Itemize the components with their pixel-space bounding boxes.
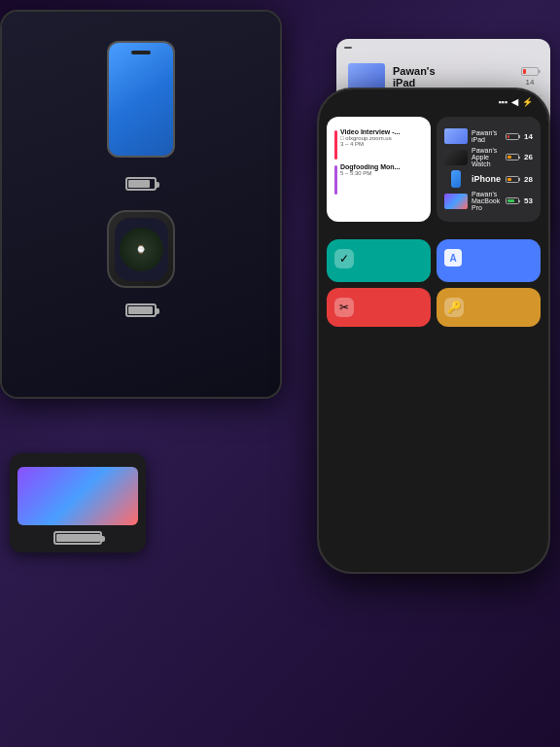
batteries-label xyxy=(434,228,541,233)
watch-battery-widget xyxy=(10,453,146,552)
iphone-screen: ▪▪▪ ◀ ⚡ Video Interview -... □ olxgroup.… xyxy=(319,89,548,572)
iphone-status-icons: ▪▪▪ ◀ ⚡ xyxy=(498,97,533,107)
bat-row-macbook: Pawan's MacBook Pro 53 xyxy=(444,191,533,211)
scissors-icon: ✂ xyxy=(334,298,354,317)
cal-event-2-title: Dogfooding Mon... xyxy=(340,163,400,170)
action-widgets: ✓ A ✂ 🔑 xyxy=(319,239,548,327)
mac-badge xyxy=(344,47,352,49)
calendar-label xyxy=(327,228,434,233)
turn-off-light-icon: ✓ xyxy=(334,249,354,268)
bat-watch-icon xyxy=(506,154,519,160)
bat-macbook-pct: 53 xyxy=(524,196,533,205)
bat-iphone-icon xyxy=(506,176,519,183)
cal-event-2: Dogfooding Mon... 5 – 5:30 PM xyxy=(334,163,423,195)
cal-event-1-title: Video Interview -... xyxy=(340,128,400,135)
key-icon: 🔑 xyxy=(444,298,464,317)
cal-event-1-time: 3 – 4 PM xyxy=(340,141,400,147)
iphone-battery-icon xyxy=(125,177,157,191)
iphone-image xyxy=(107,41,175,158)
bat-watch-name: Pawan's Apple Watch xyxy=(472,147,502,167)
bat-ipad-img xyxy=(444,128,468,144)
bat-iphone-img xyxy=(451,170,461,188)
watch-section: ⌚ xyxy=(107,210,175,317)
bat-row-ipad: Pawan's iPad 14 xyxy=(444,128,533,144)
key-button[interactable]: 🔑 xyxy=(437,288,541,327)
watch-widget-battery-icon xyxy=(53,531,102,545)
bat-row-iphone: iPhone 28 xyxy=(444,170,533,188)
widget-labels xyxy=(319,228,548,233)
bat-iphone-pct: 28 xyxy=(524,175,533,184)
scissors-button[interactable]: ✂ xyxy=(327,288,431,327)
cal-event-2-bar xyxy=(334,165,337,195)
bat-ipad-pct: 14 xyxy=(524,132,533,141)
batteries-widget: Pawan's iPad 14 Pawan's Apple Watch 26 i… xyxy=(437,117,541,222)
ipad-device: ⌚ xyxy=(0,10,282,399)
cal-event-1: Video Interview -... □ olxgroup.zoom.us … xyxy=(334,128,423,160)
mac-ipad-battery: 14 xyxy=(521,67,539,87)
bat-macbook-icon xyxy=(506,197,519,204)
turn-off-light-button[interactable]: ✓ xyxy=(327,239,431,282)
bat-macbook-img xyxy=(444,194,468,209)
watch-image: ⌚ xyxy=(107,210,175,288)
bat-watch-img xyxy=(444,150,468,165)
cal-event-2-time: 5 – 5:30 PM xyxy=(340,170,400,176)
iphone-notch xyxy=(395,89,472,109)
watch-widget-image xyxy=(18,467,138,525)
mac-ipad-name: Pawan'siPad xyxy=(393,65,513,89)
bat-watch-pct: 26 xyxy=(524,153,533,161)
show-sales-icon: A xyxy=(444,249,462,267)
bat-iphone-name: iPhone xyxy=(472,174,502,184)
bat-ipad-name: Pawan's iPad xyxy=(472,129,502,143)
iphone-mockup: ▪▪▪ ◀ ⚡ Video Interview -... □ olxgroup.… xyxy=(317,88,550,574)
bat-ipad-icon xyxy=(506,133,519,140)
mac-widget-header xyxy=(344,47,542,49)
ipad-mini-image xyxy=(348,63,385,90)
iphone-widgets-area: Video Interview -... □ olxgroup.zoom.us … xyxy=(319,111,548,228)
show-sales-button[interactable]: A xyxy=(437,239,541,282)
bat-macbook-name: Pawan's MacBook Pro xyxy=(472,191,502,211)
watch-battery-icon xyxy=(125,303,157,317)
cal-event-1-bar xyxy=(334,130,337,160)
bat-row-watch: Pawan's Apple Watch 26 xyxy=(444,147,533,167)
calendar-widget: Video Interview -... □ olxgroup.zoom.us … xyxy=(327,117,431,222)
mac-top-bar xyxy=(344,47,364,49)
